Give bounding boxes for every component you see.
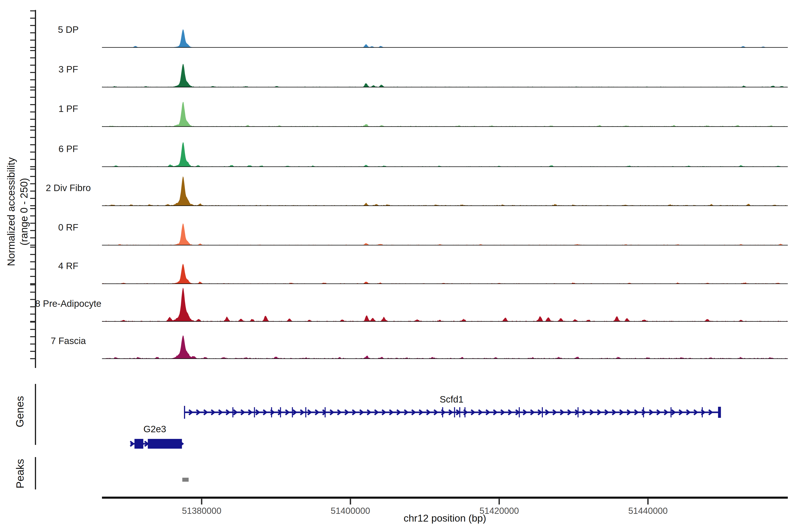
track-label: 4 RF <box>58 261 78 271</box>
gene-label: Scfd1 <box>440 394 463 405</box>
gene-label: G2e3 <box>144 424 166 435</box>
gene-end-bar <box>718 407 721 418</box>
track-coverage-area <box>102 64 787 87</box>
x-tick-label: 51400000 <box>331 506 370 516</box>
y-axis-label-line2: (range 0 - 250) <box>18 134 31 289</box>
figure-canvas: Normalized accessibility (range 0 - 250)… <box>0 0 798 532</box>
peaks-section-label: Peaks <box>14 440 25 507</box>
track-coverage-area <box>102 142 787 167</box>
y-axis-label: Normalized accessibility (range 0 - 250) <box>5 134 32 289</box>
x-tick-label: 51380000 <box>182 506 222 516</box>
track-coverage-area <box>102 335 787 359</box>
track-coverage-area <box>102 264 787 284</box>
track-label: 0 RF <box>58 222 78 233</box>
track-coverage-area <box>102 176 787 206</box>
gene-exon-box <box>135 439 144 449</box>
track-coverage-area <box>102 102 787 127</box>
track-coverage-area <box>102 288 787 321</box>
tracks-plot-svg <box>0 0 798 532</box>
x-axis-title: chr12 position (bp) <box>404 513 486 524</box>
peak-region-box <box>182 478 189 482</box>
x-tick-label: 51420000 <box>479 506 519 516</box>
track-label: 7 Fascia <box>51 336 86 346</box>
genes-section-label: Genes <box>14 378 25 445</box>
track-label: 8 Pre-Adipocyte <box>35 298 101 309</box>
track-label: 6 PF <box>58 144 78 154</box>
y-axis-label-line1: Normalized accessibility <box>5 134 18 289</box>
track-label: 2 Div Fibro <box>46 183 91 193</box>
track-label: 3 PF <box>58 64 78 75</box>
x-tick-label: 51440000 <box>628 506 668 516</box>
gene-exon-box <box>148 439 182 449</box>
track-label: 1 PF <box>58 103 78 114</box>
track-coverage-area <box>102 29 787 48</box>
track-coverage-area <box>102 224 787 245</box>
track-label: 5 DP <box>58 24 78 35</box>
